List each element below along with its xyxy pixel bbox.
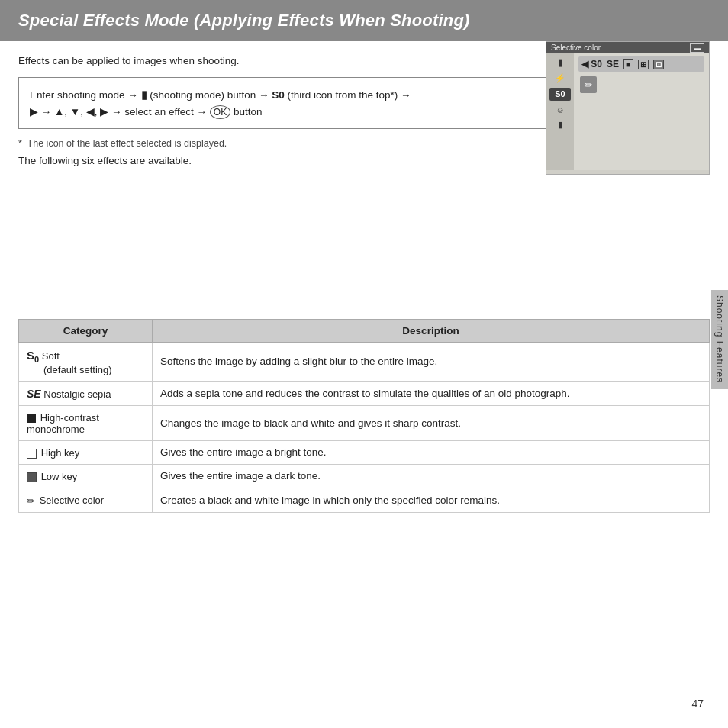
cam-icon-lightning: ⚡ (555, 73, 565, 83)
cat-lk: Low key (19, 464, 153, 488)
hc-icon (27, 414, 36, 423)
sc-icon: ✏ (27, 495, 35, 507)
cat-hc: High-contrastmonochrome (19, 405, 153, 440)
desc-lk: Gives the entire image a dark tone. (153, 464, 710, 488)
page-number: 47 (691, 697, 704, 710)
se-icon: SE (27, 388, 41, 400)
cam-icon-so: S0 (549, 88, 571, 101)
cam-icon-face: ☺ (556, 105, 564, 115)
camera-ui-body: ▮ ⚡ S0 ☺ ▮ ◀ S0 SE ■ ⊞ ⊡ ✏ (546, 53, 709, 170)
desc-hk: Gives the entire image a bright tone. (153, 440, 710, 464)
footnote-text: The icon of the last effect selected is … (27, 138, 227, 149)
table-row: Low key Gives the entire image a dark to… (19, 464, 710, 488)
col-category: Category (19, 319, 153, 342)
table-row: SE Nostalgic sepia Adds a sepia tone and… (19, 381, 710, 405)
table-row: High-contrastmonochrome Changes the imag… (19, 405, 710, 440)
se-label: Nostalgic sepia (43, 388, 111, 400)
camera-ui-title-bar: Selective color ▬ (546, 42, 709, 53)
lk-icon (27, 472, 37, 482)
cat-hk: High key (19, 440, 153, 464)
camera-ui-title: Selective color (551, 43, 601, 52)
instruction-line2: ▶ → ▲, ▼, ◀, ▶ → select an effect → OK b… (30, 106, 262, 118)
table-row: High key Gives the entire image a bright… (19, 440, 710, 464)
hk-icon (27, 449, 37, 459)
camera-ui-left-icons: ▮ ⚡ S0 ☺ ▮ (546, 53, 574, 170)
desc-soft: Softens the image by adding a slight blu… (153, 342, 710, 381)
desc-hc: Changes the image to black and white and… (153, 405, 710, 440)
cat-sc: ✏ Selective color (19, 488, 153, 512)
cam-lk: ⊡ (653, 60, 664, 69)
sidebar-label: Shooting Features (714, 295, 725, 383)
soft-label: Soft(default setting) (27, 350, 112, 375)
instruction-line1: Enter shooting mode → ▮ (shooting mode) … (30, 89, 411, 101)
pencil-box: ✏ (580, 76, 597, 93)
effects-table: Category Description S0 Soft(default set… (18, 319, 710, 513)
hk-label: High key (41, 447, 80, 459)
cat-se: SE Nostalgic sepia (19, 381, 153, 405)
effects-table-section: Category Description S0 Soft(default set… (18, 319, 710, 513)
cam-arrow-so: ◀ S0 (581, 59, 602, 69)
col-description: Description (153, 319, 710, 342)
sidebar-tab: Shooting Features (711, 290, 728, 389)
soft-icon: S0 (27, 349, 39, 362)
cam-hc: ■ (623, 59, 633, 69)
table-row: S0 Soft(default setting) Softens the ima… (19, 342, 710, 381)
header-bar: Special Effects Mode (Applying Effects W… (0, 0, 728, 41)
desc-sc: Creates a black and white image in which… (153, 488, 710, 512)
camera-ui-right: ◀ S0 SE ■ ⊞ ⊡ ✏ (574, 53, 709, 170)
table-header-row: Category Description (19, 319, 710, 342)
cam-hk: ⊞ (638, 60, 649, 69)
footnote-marker: * (18, 138, 22, 149)
cam-se: SE (607, 59, 619, 69)
page-title: Special Effects Mode (Applying Effects W… (18, 11, 470, 31)
cam-icon-camera: ▮ (558, 56, 563, 69)
camera-ui-top-row: ◀ S0 SE ■ ⊞ ⊡ (578, 56, 704, 72)
camera-ui-screenshot: Selective color ▬ ▮ ⚡ S0 ☺ ▮ ◀ S0 SE ■ ⊞ (546, 41, 710, 175)
cam-icon-camera2: ▮ (558, 120, 562, 130)
table-row: ✏ Selective color Creates a black and wh… (19, 488, 710, 512)
cam-pencil-row: ✏ (578, 76, 704, 93)
main-content: Effects can be applied to images when sh… (0, 41, 728, 513)
lk-label: Low key (41, 471, 78, 482)
desc-se: Adds a sepia tone and reduces the contra… (153, 381, 710, 405)
hc-label: High-contrastmonochrome (27, 412, 99, 435)
sc-label: Selective color (40, 494, 105, 506)
battery-icon: ▬ (690, 43, 704, 52)
cat-soft: S0 Soft(default setting) (19, 342, 153, 381)
